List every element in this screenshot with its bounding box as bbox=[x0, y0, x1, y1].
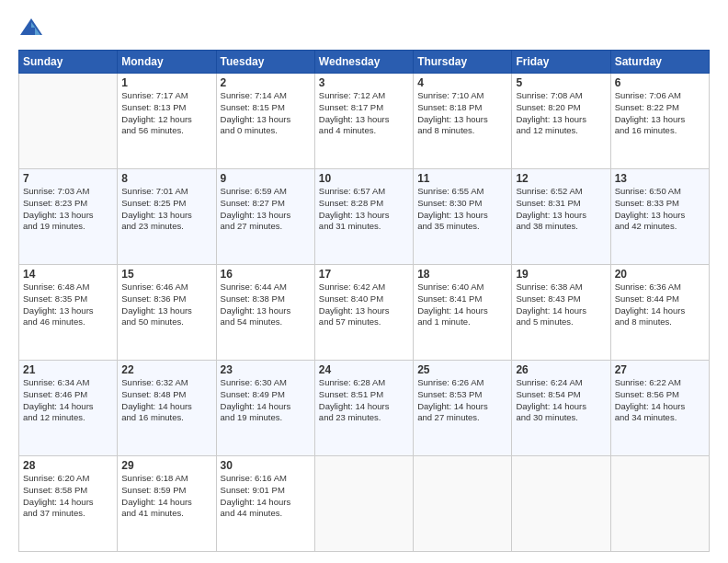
calendar-body: 1Sunrise: 7:17 AMSunset: 8:13 PMDaylight… bbox=[19, 74, 710, 552]
day-info: Sunrise: 6:20 AMSunset: 8:58 PMDaylight:… bbox=[23, 473, 113, 520]
day-info: Sunrise: 6:36 AMSunset: 8:44 PMDaylight:… bbox=[615, 282, 705, 328]
day-info: Sunrise: 6:32 AMSunset: 8:48 PMDaylight:… bbox=[121, 377, 211, 424]
week-row-0: 1Sunrise: 7:17 AMSunset: 8:13 PMDaylight… bbox=[19, 74, 710, 169]
table-row: 29Sunrise: 6:18 AMSunset: 8:59 PMDayligh… bbox=[118, 456, 216, 552]
day-number: 18 bbox=[417, 268, 507, 281]
day-info: Sunrise: 6:26 AMSunset: 8:53 PMDaylight:… bbox=[417, 377, 507, 424]
day-number: 8 bbox=[121, 172, 211, 185]
table-row: 11Sunrise: 6:55 AMSunset: 8:30 PMDayligh… bbox=[414, 169, 512, 265]
day-number: 24 bbox=[319, 363, 409, 376]
day-number: 27 bbox=[615, 363, 705, 376]
day-info: Sunrise: 7:08 AMSunset: 8:20 PMDaylight:… bbox=[516, 90, 606, 137]
col-wednesday: Wednesday bbox=[314, 51, 413, 74]
table-row: 1Sunrise: 7:17 AMSunset: 8:13 PMDaylight… bbox=[118, 74, 216, 169]
day-number: 26 bbox=[516, 363, 606, 376]
day-number: 3 bbox=[319, 76, 409, 89]
table-row: 23Sunrise: 6:30 AMSunset: 8:49 PMDayligh… bbox=[216, 361, 314, 456]
table-row: 3Sunrise: 7:12 AMSunset: 8:17 PMDaylight… bbox=[314, 74, 413, 169]
table-row: 4Sunrise: 7:10 AMSunset: 8:18 PMDaylight… bbox=[414, 74, 512, 169]
day-info: Sunrise: 6:22 AMSunset: 8:56 PMDaylight:… bbox=[615, 377, 705, 424]
day-number: 4 bbox=[417, 76, 507, 89]
table-row bbox=[610, 456, 709, 552]
day-info: Sunrise: 6:55 AMSunset: 8:30 PMDaylight:… bbox=[417, 186, 507, 233]
day-info: Sunrise: 6:18 AMSunset: 8:59 PMDaylight:… bbox=[121, 473, 211, 520]
day-info: Sunrise: 6:44 AMSunset: 8:38 PMDaylight:… bbox=[221, 282, 311, 328]
day-number: 21 bbox=[23, 363, 113, 376]
table-row: 6Sunrise: 7:06 AMSunset: 8:22 PMDaylight… bbox=[610, 74, 709, 169]
calendar: Sunday Monday Tuesday Wednesday Thursday… bbox=[18, 50, 710, 552]
day-info: Sunrise: 6:46 AMSunset: 8:36 PMDaylight:… bbox=[121, 282, 211, 328]
day-number: 20 bbox=[615, 268, 705, 281]
day-number: 5 bbox=[516, 76, 606, 89]
table-row: 14Sunrise: 6:48 AMSunset: 8:35 PMDayligh… bbox=[19, 265, 118, 361]
day-number: 6 bbox=[615, 76, 705, 89]
day-number: 15 bbox=[121, 268, 211, 281]
table-row: 10Sunrise: 6:57 AMSunset: 8:28 PMDayligh… bbox=[314, 169, 413, 265]
svg-rect-2 bbox=[28, 28, 35, 35]
table-row: 28Sunrise: 6:20 AMSunset: 8:58 PMDayligh… bbox=[19, 456, 118, 552]
day-number: 9 bbox=[221, 172, 311, 185]
day-info: Sunrise: 6:24 AMSunset: 8:54 PMDaylight:… bbox=[516, 377, 606, 424]
col-monday: Monday bbox=[118, 51, 216, 74]
day-number: 2 bbox=[221, 76, 311, 89]
logo-icon bbox=[18, 15, 44, 40]
day-number: 16 bbox=[221, 268, 311, 281]
day-number: 1 bbox=[121, 76, 211, 89]
table-row: 8Sunrise: 7:01 AMSunset: 8:25 PMDaylight… bbox=[118, 169, 216, 265]
table-row: 13Sunrise: 6:50 AMSunset: 8:33 PMDayligh… bbox=[610, 169, 709, 265]
col-tuesday: Tuesday bbox=[216, 51, 314, 74]
table-row: 20Sunrise: 6:36 AMSunset: 8:44 PMDayligh… bbox=[610, 265, 709, 361]
week-row-1: 7Sunrise: 7:03 AMSunset: 8:23 PMDaylight… bbox=[19, 169, 710, 265]
day-number: 22 bbox=[121, 363, 211, 376]
day-info: Sunrise: 7:10 AMSunset: 8:18 PMDaylight:… bbox=[417, 90, 507, 137]
day-info: Sunrise: 6:42 AMSunset: 8:40 PMDaylight:… bbox=[319, 282, 409, 328]
week-row-4: 28Sunrise: 6:20 AMSunset: 8:58 PMDayligh… bbox=[19, 456, 710, 552]
table-row: 25Sunrise: 6:26 AMSunset: 8:53 PMDayligh… bbox=[414, 361, 512, 456]
day-info: Sunrise: 6:57 AMSunset: 8:28 PMDaylight:… bbox=[319, 186, 409, 233]
col-thursday: Thursday bbox=[414, 51, 512, 74]
table-row: 21Sunrise: 6:34 AMSunset: 8:46 PMDayligh… bbox=[19, 361, 118, 456]
table-row: 5Sunrise: 7:08 AMSunset: 8:20 PMDaylight… bbox=[512, 74, 610, 169]
day-number: 30 bbox=[221, 459, 311, 472]
table-row: 24Sunrise: 6:28 AMSunset: 8:51 PMDayligh… bbox=[314, 361, 413, 456]
header bbox=[18, 15, 710, 40]
col-saturday: Saturday bbox=[610, 51, 709, 74]
week-row-2: 14Sunrise: 6:48 AMSunset: 8:35 PMDayligh… bbox=[19, 265, 710, 361]
table-row: 16Sunrise: 6:44 AMSunset: 8:38 PMDayligh… bbox=[216, 265, 314, 361]
table-row: 18Sunrise: 6:40 AMSunset: 8:41 PMDayligh… bbox=[414, 265, 512, 361]
day-info: Sunrise: 6:48 AMSunset: 8:35 PMDaylight:… bbox=[23, 282, 113, 328]
day-number: 12 bbox=[516, 172, 606, 185]
day-info: Sunrise: 6:34 AMSunset: 8:46 PMDaylight:… bbox=[23, 377, 113, 424]
header-row: Sunday Monday Tuesday Wednesday Thursday… bbox=[19, 51, 710, 74]
table-row: 17Sunrise: 6:42 AMSunset: 8:40 PMDayligh… bbox=[314, 265, 413, 361]
day-info: Sunrise: 6:40 AMSunset: 8:41 PMDaylight:… bbox=[417, 282, 507, 328]
day-number: 13 bbox=[615, 172, 705, 185]
col-sunday: Sunday bbox=[19, 51, 118, 74]
logo bbox=[18, 15, 48, 40]
day-number: 23 bbox=[221, 363, 311, 376]
table-row: 27Sunrise: 6:22 AMSunset: 8:56 PMDayligh… bbox=[610, 361, 709, 456]
table-row bbox=[19, 74, 118, 169]
col-friday: Friday bbox=[512, 51, 610, 74]
day-info: Sunrise: 7:14 AMSunset: 8:15 PMDaylight:… bbox=[221, 90, 311, 137]
day-number: 7 bbox=[23, 172, 113, 185]
table-row: 7Sunrise: 7:03 AMSunset: 8:23 PMDaylight… bbox=[19, 169, 118, 265]
day-number: 28 bbox=[23, 459, 113, 472]
calendar-header: Sunday Monday Tuesday Wednesday Thursday… bbox=[19, 51, 710, 74]
table-row bbox=[314, 456, 413, 552]
table-row bbox=[414, 456, 512, 552]
table-row: 19Sunrise: 6:38 AMSunset: 8:43 PMDayligh… bbox=[512, 265, 610, 361]
table-row: 22Sunrise: 6:32 AMSunset: 8:48 PMDayligh… bbox=[118, 361, 216, 456]
table-row: 12Sunrise: 6:52 AMSunset: 8:31 PMDayligh… bbox=[512, 169, 610, 265]
day-number: 10 bbox=[319, 172, 409, 185]
table-row: 26Sunrise: 6:24 AMSunset: 8:54 PMDayligh… bbox=[512, 361, 610, 456]
day-number: 19 bbox=[516, 268, 606, 281]
day-info: Sunrise: 6:16 AMSunset: 9:01 PMDaylight:… bbox=[221, 473, 311, 520]
table-row bbox=[512, 456, 610, 552]
day-info: Sunrise: 6:50 AMSunset: 8:33 PMDaylight:… bbox=[615, 186, 705, 233]
day-info: Sunrise: 6:59 AMSunset: 8:27 PMDaylight:… bbox=[221, 186, 311, 233]
day-info: Sunrise: 7:01 AMSunset: 8:25 PMDaylight:… bbox=[121, 186, 211, 233]
day-info: Sunrise: 6:38 AMSunset: 8:43 PMDaylight:… bbox=[516, 282, 606, 328]
day-info: Sunrise: 6:30 AMSunset: 8:49 PMDaylight:… bbox=[221, 377, 311, 424]
table-row: 30Sunrise: 6:16 AMSunset: 9:01 PMDayligh… bbox=[216, 456, 314, 552]
